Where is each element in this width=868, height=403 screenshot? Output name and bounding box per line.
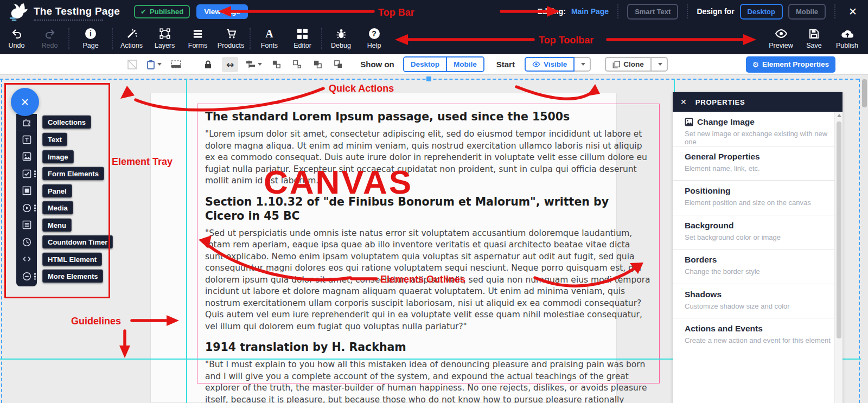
editing-label: Editing: [538, 7, 566, 16]
copy-icon [612, 61, 620, 68]
canvas-heading-3[interactable]: 1914 translation by H. Rackham [205, 340, 650, 354]
send-backward-icon[interactable] [290, 57, 303, 72]
image-icon [685, 118, 693, 126]
toolbar-save[interactable]: Save [797, 28, 831, 49]
toolbar-forms[interactable]: Forms [181, 28, 214, 49]
show-on-label: Show on [360, 60, 394, 69]
stretch-horizontal-icon[interactable]: ↔ [222, 57, 238, 72]
separator [834, 4, 835, 18]
show-on-mobile-button[interactable]: Mobile [447, 57, 483, 71]
magic-wand-icon [126, 28, 137, 40]
page-title-underline [34, 20, 103, 21]
properties-item-positioning[interactable]: Positioning Element position and size on… [673, 181, 843, 215]
toolbar-debug[interactable]: Debug [324, 28, 358, 49]
eye-icon [775, 28, 788, 40]
top-bar: The Testing Page ✔ Published View Page E… [0, 0, 868, 23]
properties-scrollbar-thumb[interactable] [837, 121, 841, 338]
close-properties-icon[interactable]: ✕ [680, 98, 687, 106]
help-icon: ? [369, 28, 380, 40]
properties-item-shadows[interactable]: Shadows Customize shadow size and color [673, 284, 843, 319]
canvas-paragraph-1[interactable]: "Lorem ipsum dolor sit amet, consectetur… [205, 129, 650, 187]
text-element[interactable]: The standard Lorem Ipsum passage, used s… [197, 104, 660, 383]
properties-item-actions-events[interactable]: Actions and Events Create a new action a… [673, 318, 843, 353]
start-label: Start [496, 60, 515, 69]
paste-icon[interactable] [146, 57, 162, 72]
quick-actions-bar: ↔ Show on Desktop Mobile Start Visible C… [0, 54, 868, 75]
visible-dropdown-caret[interactable] [575, 57, 591, 72]
editing-page-link[interactable]: Main Page [571, 7, 609, 16]
selection-outline-right [859, 79, 860, 403]
toolbar-preview[interactable]: Preview [764, 28, 797, 49]
top-toolbar: Undo Redo i Page Actions Layers Forms Pr… [0, 23, 868, 54]
view-page-button[interactable]: View Page [196, 4, 248, 19]
toolbar-layers[interactable]: Layers [148, 28, 181, 49]
bring-to-front-icon[interactable] [311, 57, 324, 72]
separator [68, 28, 69, 49]
toolbar-products[interactable]: Products [214, 28, 247, 49]
deselect-icon[interactable] [126, 57, 139, 72]
dock-bottom-icon[interactable] [169, 57, 182, 72]
floppy-icon [809, 28, 819, 40]
canvas-heading-1[interactable]: The standard Lorem Ipsum passage, used s… [205, 110, 650, 124]
show-on-desktop-button[interactable]: Desktop [404, 57, 446, 71]
toolbar-editor[interactable]: Editor [286, 28, 319, 49]
page-title[interactable]: The Testing Page [34, 5, 120, 17]
toolbar-undo[interactable]: Undo [0, 28, 33, 49]
published-label: Published [150, 8, 183, 16]
properties-item-general[interactable]: General Properties Element name, link, e… [673, 146, 843, 181]
send-to-back-icon[interactable] [331, 57, 344, 72]
gear-icon: ⚙ [752, 60, 759, 69]
clone-button[interactable]: Clone [605, 57, 652, 72]
scroll-up-icon[interactable] [837, 114, 841, 117]
design-for-label: Design for [697, 7, 734, 16]
align-icon[interactable] [246, 57, 262, 72]
undo-icon [11, 28, 22, 40]
visible-button[interactable]: Visible [525, 57, 575, 72]
grid-icon [297, 28, 308, 40]
selection-resize-handle[interactable] [426, 76, 431, 81]
window-scrollbar-thumb[interactable] [862, 79, 867, 107]
properties-item-borders[interactable]: Borders Change the border style [673, 250, 843, 284]
toolbar-fonts[interactable]: A Fonts [253, 28, 286, 49]
separator [687, 4, 688, 18]
eye-icon [532, 61, 540, 67]
cart-icon [226, 28, 237, 40]
caret-down-icon[interactable] [258, 63, 262, 66]
canvas-heading-2[interactable]: Section 1.10.32 of "de Finibus Bonorum e… [205, 195, 650, 223]
page-info-icon: i [85, 28, 96, 40]
clone-split-button: Clone [605, 57, 668, 72]
smart-text-button[interactable]: Smart Text [627, 4, 678, 20]
groove-logo[interactable] [8, 2, 29, 21]
toolbar-redo[interactable]: Redo [33, 28, 66, 49]
bring-forward-icon[interactable] [270, 57, 283, 72]
show-on-segment: Desktop Mobile [403, 56, 484, 72]
design-mobile-button[interactable]: Mobile [788, 4, 826, 20]
layers-icon [159, 28, 170, 40]
close-editor-icon[interactable]: ✕ [844, 5, 861, 17]
properties-item-background[interactable]: Background Set background color or image [673, 215, 843, 250]
separator [250, 28, 251, 49]
window-scrollbar[interactable] [861, 75, 868, 403]
toolbar-help[interactable]: ? Help [358, 28, 391, 49]
element-properties-button[interactable]: ⚙ Element Properties [746, 56, 835, 73]
toolbar-page[interactable]: i Page [72, 28, 110, 49]
toolbar-publish[interactable]: Publish [831, 28, 864, 49]
caret-down-icon[interactable] [157, 63, 162, 66]
design-desktop-button[interactable]: Desktop [740, 4, 783, 20]
lock-icon[interactable] [201, 57, 214, 72]
canvas-paragraph-2[interactable]: "Sed ut perspiciatis unde omnis iste nat… [205, 228, 650, 333]
properties-panel: ✕ PROPERTIES Change Image Set new image … [673, 92, 843, 403]
properties-scrollbar[interactable] [834, 112, 843, 403]
toolbar-actions[interactable]: Actions [115, 28, 148, 49]
canvas-paragraph-3[interactable]: "But I must explain to you how all this … [205, 359, 650, 403]
list-icon [193, 28, 203, 40]
start-state-split-button: Visible [525, 57, 591, 72]
vertical-guideline[interactable] [186, 79, 187, 403]
canvas-workspace[interactable]: The standard Lorem Ipsum passage, used s… [0, 75, 868, 403]
published-badge: ✔ Published [134, 5, 190, 18]
element-tray-annotation-rectangle [4, 83, 110, 298]
clone-dropdown-caret[interactable] [652, 57, 668, 72]
selection-outline-left [1, 79, 2, 403]
check-icon: ✔ [141, 8, 146, 16]
properties-item-change-image[interactable]: Change Image Set new image or exchange e… [673, 112, 843, 146]
